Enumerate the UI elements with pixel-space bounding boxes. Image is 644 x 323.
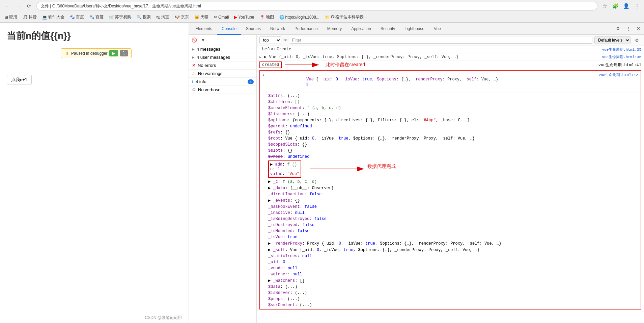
bookmark-software[interactable]: 💻 软件大全 — [40, 14, 66, 21]
filter-input[interactable] — [290, 37, 592, 44]
line-source-vue1[interactable]: vue生命周期.html:36 — [602, 54, 641, 59]
msg-all-messages[interactable]: ▶ 4 messages — [189, 45, 256, 53]
page-title: 当前n的值{{n}} — [0, 23, 189, 49]
context-selector[interactable]: top — [259, 36, 281, 44]
right-panel: top 👁 Default levels ⚙ beforeCreate — [257, 35, 644, 323]
menu-icon[interactable]: ⋮ — [633, 2, 641, 10]
bookmark-login[interactable]: 🌐 https://login.1008... — [277, 14, 321, 20]
prop-events: ▶ _events: {} — [260, 197, 641, 204]
devtools-more-icon[interactable]: ⋮ — [624, 24, 633, 33]
tab-vue[interactable]: Vue — [429, 23, 446, 35]
bookmark-youtube[interactable]: ▶ YouTube — [232, 14, 256, 20]
prop-vnode2: _vnode: null — [260, 265, 641, 271]
msg-no-verbose[interactable]: ⚙ No verbose — [189, 86, 256, 94]
profile-icon[interactable]: 👤 — [622, 2, 631, 10]
prop-options: $options: {components: {…}, directives: … — [260, 117, 641, 123]
tab-network[interactable]: Network — [265, 23, 290, 35]
clear-console-button[interactable]: 🚫 — [191, 36, 198, 44]
bookmark-map[interactable]: 📍 地图 — [258, 14, 276, 21]
bookmark-star-icon[interactable]: ☆ — [600, 2, 609, 10]
console-output: beforeCreate vue生命周期.html:35 ▶ ▶ Vue {_u… — [257, 46, 644, 323]
bookmark-jd[interactable]: 🐶 京东 — [173, 14, 191, 21]
prop-isserver: $isServer: (...) — [260, 290, 641, 296]
bookmark-baidu1[interactable]: 🐾 百度 — [68, 14, 86, 21]
back-button[interactable]: ← — [3, 1, 12, 11]
msg-info[interactable]: ℹ 4 info 4 — [189, 78, 256, 86]
resume-button[interactable]: ▶ — [109, 50, 118, 56]
prop-c: ▶ _c: f (a, b, c, d) — [260, 178, 641, 185]
line-source-beforecreate[interactable]: vue生命周期.html:35 — [602, 47, 641, 52]
prop-slots: $slots: {} — [260, 148, 641, 154]
created-annotation: 此时停留在created — [326, 62, 365, 68]
console-line-beforecreate[interactable]: beforeCreate vue生命周期.html:35 — [257, 46, 644, 53]
bookmark-gezi[interactable]: 📁 G:格子达本科毕设... — [323, 14, 369, 21]
devtools-tabs: Elements Console Sources Network Perform… — [189, 23, 644, 35]
console-toolbar: 🚫 ▼ — [189, 35, 256, 45]
forward-button[interactable]: → — [13, 1, 23, 11]
prop-ssrcontent: $ssrContent: (...) — [260, 302, 641, 308]
created-badge[interactable]: created — [259, 61, 282, 68]
prop-inactive: _inactive: null — [260, 210, 641, 216]
info-badge: 4 — [248, 79, 254, 84]
tab-performance[interactable]: Performance — [290, 23, 323, 35]
console-line-vue2[interactable]: ▶ Vue { _uid: 0, _isVue: true, $options:… — [260, 71, 641, 93]
console-settings-icon[interactable]: ⚙ — [633, 36, 641, 45]
reload-button[interactable]: ⟳ — [24, 1, 34, 11]
message-list: ▶ 4 messages ▶ 4 user messages ✕ No erro… — [189, 45, 256, 323]
suning-icon: 🛒 — [109, 15, 114, 20]
line-source-vue2[interactable]: vue生命周期.html:42 — [598, 72, 638, 77]
bookmark-tianmao[interactable]: 🐱 天猫 — [192, 14, 211, 21]
prop-children: $children: [] — [260, 99, 641, 105]
click-button[interactable]: 点我n+1 — [7, 75, 32, 84]
software-icon: 💻 — [42, 15, 47, 20]
info-label: 4 info — [196, 79, 206, 84]
msg-no-errors[interactable]: ✕ No errors — [189, 61, 256, 70]
prop-uid: _uid: 0 — [260, 259, 641, 265]
bookmark-douyin[interactable]: 🎵 抖音 — [21, 14, 39, 21]
console-line-vue1[interactable]: ▶ ▶ Vue {_uid: 0, _isVue: true, $options… — [257, 53, 644, 61]
prop-hashookevent: _hasHookEvent: false — [260, 204, 641, 210]
tab-memory[interactable]: Memory — [323, 23, 346, 35]
tab-elements[interactable]: Elements — [191, 23, 217, 35]
line-source-created[interactable]: vue生命周期.html:41 — [598, 62, 641, 68]
bookmark-tianmao-label: 天猫 — [200, 14, 208, 20]
extensions-icon[interactable]: 🧩 — [611, 2, 620, 10]
bookmark-taobao[interactable]: 🛍 淘宝 — [154, 14, 171, 21]
bookmark-map-label: 地图 — [266, 14, 274, 20]
step-button[interactable]: ⤵ — [120, 50, 128, 56]
bookmark-apps[interactable]: ⊞ 应用 — [3, 14, 19, 21]
warning-icon: ⚠ — [192, 71, 196, 76]
line-content-beforecreate: beforeCreate — [262, 47, 599, 52]
bookmark-suning[interactable]: 🛒 苏宁易购 — [107, 14, 133, 21]
prop-directinactive: _directInactive: false — [260, 191, 641, 197]
toggle-filter-button[interactable]: ▼ — [199, 36, 207, 44]
bookmark-taobao-label: 淘宝 — [161, 14, 169, 20]
bookmark-baidu2[interactable]: 🐾 百度 — [87, 14, 106, 21]
prop-parent: $parent: undefined — [260, 123, 641, 129]
tab-lighthouse[interactable]: Lighthouse — [400, 23, 429, 35]
prop-watchers: ▶ _watchers: [] — [260, 277, 641, 284]
address-bar[interactable] — [36, 2, 597, 10]
bookmark-gmail[interactable]: ✉ Gmail — [212, 14, 231, 20]
devtools-body: 🚫 ▼ ▶ 4 messages ▶ 4 user messages ✕ No … — [189, 35, 644, 323]
tab-application[interactable]: Application — [346, 23, 376, 35]
tab-sources[interactable]: Sources — [241, 23, 265, 35]
bookmark-search-label: 搜索 — [143, 14, 151, 20]
tab-console[interactable]: Console — [217, 23, 241, 35]
prop-value: value: "Vue" — [270, 172, 299, 176]
devtools-settings-icon[interactable]: ⚙ — [614, 24, 622, 33]
paused-text: Paused in debugger — [71, 51, 107, 56]
taobao-icon: 🛍 — [156, 15, 160, 20]
msg-user-messages[interactable]: ▶ 4 user messages — [189, 53, 256, 61]
levels-selector[interactable]: Default levels — [594, 36, 631, 44]
msg-no-warnings[interactable]: ⚠ No warnings — [189, 70, 256, 78]
bookmark-suning-label: 苏宁易购 — [115, 14, 131, 20]
bookmark-search[interactable]: 🔍 搜索 — [135, 14, 153, 21]
no-warnings-label: No warnings — [198, 71, 222, 76]
bookmark-jd-label: 京东 — [181, 14, 189, 20]
prop-root: $root: Vue {_uid: 0, _isVue: true, $opti… — [260, 135, 641, 142]
map-icon: 📍 — [260, 15, 265, 20]
devtools-close-icon[interactable]: ✕ — [634, 24, 643, 33]
prop-scopedslots: $scopedSlots: {} — [260, 142, 641, 148]
tab-security[interactable]: Security — [376, 23, 400, 35]
